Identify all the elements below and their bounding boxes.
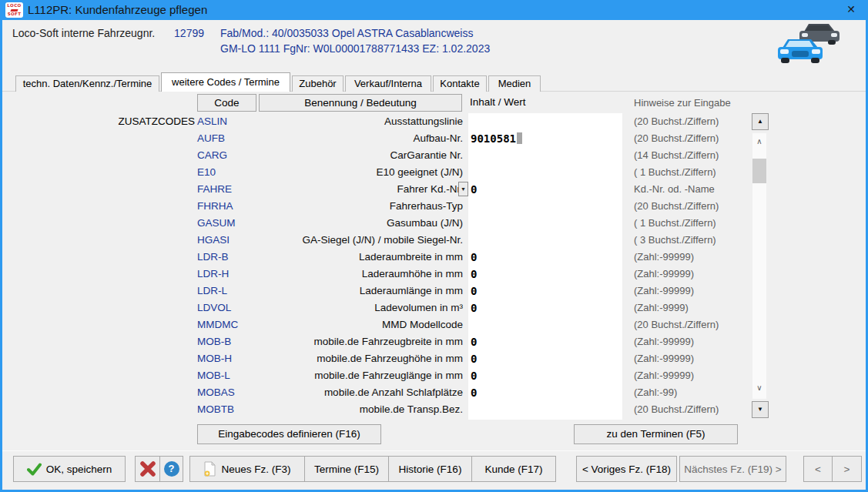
vehicle-model-line: Fab/Mod.: 40/0035033 Opel ASTRA Casablan… <box>220 27 473 39</box>
table-row: LDR-L Laderaumlänge in mm 0 (Zahl:-99999… <box>2 283 772 300</box>
page-prev-button[interactable]: < <box>803 456 833 482</box>
tab-weitere-codes-termine[interactable]: weitere Codes / Termine <box>161 72 290 92</box>
scroll-down-button[interactable]: ▼ <box>752 401 769 418</box>
cancel-x-icon <box>139 460 156 477</box>
row-hint: (Zahl:-99) <box>634 384 677 401</box>
column-header-code[interactable]: Code <box>197 94 256 112</box>
row-value-text: 0 <box>471 285 477 297</box>
row-code: FAHRE <box>197 181 232 198</box>
tab-techn-daten-kennz-termine[interactable]: techn. Daten/Kennz./Termine <box>15 75 159 92</box>
titlebar: LOCO SOFT L112PR: Kundenfahrzeuge pflege… <box>0 0 868 20</box>
row-hint: (Zahl:-99999) <box>634 283 694 300</box>
tab-label: Kontakte <box>440 78 479 89</box>
table-row: FHRHA Fahrerhaus-Typ (20 Buchst./Ziffern… <box>2 198 772 215</box>
table-row: AUFB Aufbau-Nr. 9010581 (20 Buchst./Ziff… <box>2 130 772 147</box>
row-benennung: mobile.de Anzahl Schlafplätze <box>233 384 463 401</box>
up-arrow-icon: ▲ <box>757 118 763 125</box>
row-hint: Kd.-Nr. od. -Name <box>634 181 715 198</box>
tab-kontakte[interactable]: Kontakte <box>433 75 487 92</box>
kunde-button[interactable]: Kunde (F17) <box>471 456 556 482</box>
close-icon[interactable]: ✕ <box>840 0 862 20</box>
ok-speichern-button[interactable]: OK, speichern <box>13 456 126 482</box>
row-value-text: 0 <box>471 336 477 348</box>
neues-fz-button[interactable]: Neues Fz. (F3) <box>189 456 305 482</box>
termine-button[interactable]: Termine (F15) <box>304 456 389 482</box>
chevron-down-icon[interactable]: ▼ <box>458 182 468 196</box>
row-code: LDR-H <box>197 266 229 283</box>
row-code: AUFB <box>197 130 225 147</box>
row-hint: (Zahl:-99999) <box>634 367 694 384</box>
table-row: FAHRE Fahrer Kd.-Nr. ▼ 0 Kd.-Nr. od. -Na… <box>2 181 772 198</box>
help-button[interactable]: ? <box>159 456 183 482</box>
column-header-benennung[interactable]: Benennung / Bedeutung <box>259 94 462 112</box>
row-benennung: mobile.de Fahrzeuglänge in mm <box>233 367 463 384</box>
table-row: HGASI GA-Siegel (J/N) / mobile Siegel-Nr… <box>2 232 772 249</box>
row-benennung: mobile.de Transp.Bez. <box>233 401 463 418</box>
new-document-icon <box>203 461 216 477</box>
row-value-field[interactable]: 0 <box>471 384 477 401</box>
row-benennung: Laderaumhöhe in mm <box>233 266 463 283</box>
row-hint: (Zahl:-99999) <box>634 350 694 367</box>
row-value-field[interactable]: 0 <box>471 350 477 367</box>
row-value-field[interactable]: 0 <box>471 181 477 198</box>
row-benennung: Fahrer Kd.-Nr. <box>233 181 463 198</box>
row-code: GASUM <box>197 215 236 232</box>
loco-soft-logo-icon: LOCO SOFT <box>5 2 23 18</box>
table-row: LDR-H Laderaumhöhe in mm 0 (Zahl:-99999) <box>2 266 772 283</box>
row-benennung: Fahrerhaus-Typ <box>233 198 463 215</box>
row-benennung: E10 geeignet (J/N) <box>233 164 463 181</box>
row-benennung: GA-Siegel (J/N) / mobile Siegel-Nr. <box>233 232 463 249</box>
internal-vehicle-no-value: 12799 <box>156 27 204 39</box>
tab-label: weitere Codes / Termine <box>172 76 280 88</box>
column-header-hinweise: Hinweise zur Eingabe <box>634 97 731 109</box>
zu-den-terminen-button[interactable]: zu den Terminen (F5) <box>574 424 738 444</box>
row-value-field[interactable]: 0 <box>471 367 477 384</box>
row-benennung: MMD Modellcode <box>233 316 463 333</box>
tab-strip: techn. Daten/Kennz./Termine weitere Code… <box>15 72 542 92</box>
cars-icon <box>776 21 844 69</box>
scrollbar-chevron-up-icon[interactable]: ∧ <box>752 137 766 146</box>
historie-button[interactable]: Historie (F16) <box>388 456 472 482</box>
row-hint: ( 1 Buchst./Ziffern) <box>634 164 716 181</box>
table-row: E10 E10 geeignet (J/N) ( 1 Buchst./Ziffe… <box>2 164 772 181</box>
row-benennung: Laderaumlänge in mm <box>233 283 463 300</box>
row-code: LDR-L <box>197 283 227 300</box>
row-hint: ( 1 Buchst./Ziffern) <box>634 215 716 232</box>
naechstes-fz-button[interactable]: Nächstes Fz. (F19) > <box>679 456 786 482</box>
codes-table: ZUSATZCODES ASLIN Ausstattungslinie (20 … <box>2 113 772 418</box>
row-value-field[interactable]: 0 <box>471 249 477 266</box>
tab-medien[interactable]: Medien <box>488 75 541 92</box>
scroll-up-button[interactable]: ▲ <box>752 113 769 130</box>
eingabecodes-definieren-button[interactable]: Eingabecodes definieren (F16) <box>197 424 381 444</box>
scrollbar-thumb[interactable] <box>752 159 766 183</box>
table-row: MOBTB mobile.de Transp.Bez. (20 Buchst./… <box>2 401 772 418</box>
table-row: MOBAS mobile.de Anzahl Schlafplätze 0 (Z… <box>2 384 772 401</box>
row-code: CARG <box>197 147 227 164</box>
row-hint: ( 3 Buchst./Ziffern) <box>634 232 716 249</box>
row-value-field[interactable]: 0 <box>471 300 477 316</box>
row-value-text: 0 <box>471 387 477 399</box>
voriges-fz-button[interactable]: < Voriges Fz. (F18) <box>576 456 677 482</box>
row-benennung: Ausstattungslinie <box>233 113 463 130</box>
row-benennung: mobile.de Fahrzeughöhe in mm <box>233 350 463 367</box>
row-hint: (Zahl:-99999) <box>634 266 694 283</box>
row-code: MOB-H <box>197 350 232 367</box>
row-value-field[interactable]: 0 <box>471 333 477 350</box>
row-code: LDVOL <box>197 300 231 316</box>
scrollbar-chevron-down-icon[interactable]: ∨ <box>752 383 766 392</box>
row-code: MOB-B <box>197 333 231 350</box>
row-value-field[interactable]: 0 <box>471 266 477 283</box>
row-value-text: 0 <box>471 268 477 280</box>
row-hint: (Zahl:-9999) <box>634 300 689 316</box>
help-icon: ? <box>164 461 179 477</box>
table-row: LDR-B Laderaumbreite in mm 0 (Zahl:-9999… <box>2 249 772 266</box>
row-benennung: Ladevolumen in m³ <box>233 300 463 316</box>
cancel-button[interactable] <box>135 456 160 482</box>
row-value-field[interactable]: 0 <box>471 283 477 300</box>
page-next-button[interactable]: > <box>832 456 862 482</box>
tab-zubehör[interactable]: Zubehör <box>292 75 344 92</box>
tab-verkauf-interna[interactable]: Verkauf/Interna <box>345 75 431 92</box>
internal-vehicle-no-label: Loco-Soft interne Fahrzeugnr. <box>12 27 155 39</box>
row-value-field[interactable]: 9010581 <box>471 130 522 147</box>
table-row: GASUM Gasumbau (J/N) ( 1 Buchst./Ziffern… <box>2 215 772 232</box>
